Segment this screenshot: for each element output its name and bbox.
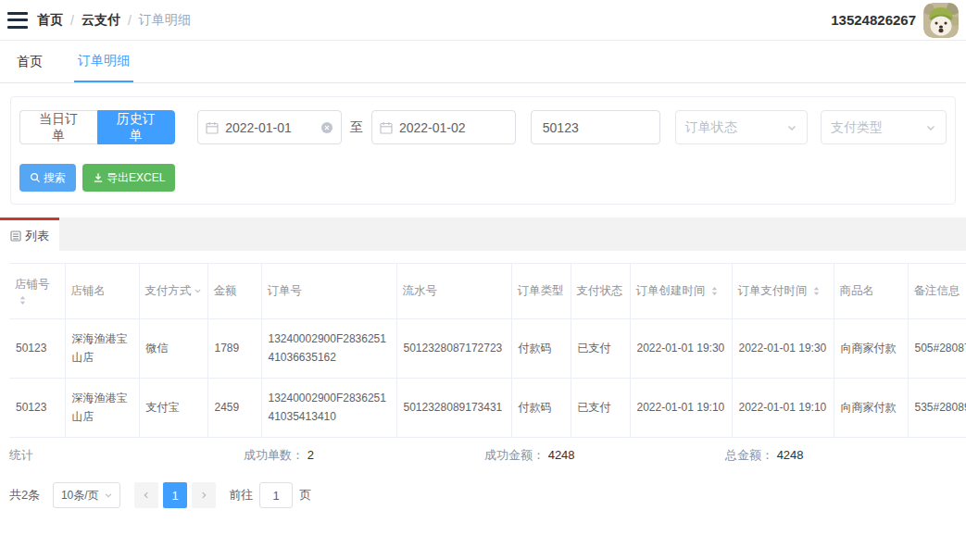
cell-pay-method: 支付宝 <box>139 379 207 438</box>
stat-success-amount-value: 4248 <box>548 448 575 462</box>
prev-page-button[interactable] <box>134 482 158 508</box>
list-tab-label: 列表 <box>25 228 49 244</box>
col-product-name: 商品名 <box>834 264 908 319</box>
nav-tab-bar: 首页 订单明细 <box>0 41 966 83</box>
chevron-left-icon <box>142 491 151 500</box>
order-status-select[interactable]: 订单状态 <box>675 110 808 144</box>
cell-serial-no: 5012328087172723 <box>396 319 511 379</box>
page-number-1[interactable]: 1 <box>163 482 187 508</box>
sort-icon[interactable] <box>812 286 821 296</box>
cell-product-name: 向商家付款 <box>834 319 908 379</box>
tab-home[interactable]: 首页 <box>13 41 46 82</box>
goto-page-unit: 页 <box>299 487 311 504</box>
col-pay-method[interactable]: 支付方式 <box>139 264 207 319</box>
avatar[interactable] <box>923 3 959 38</box>
col-create-time[interactable]: 订单创建时间 <box>630 264 732 319</box>
goto-label: 前往 <box>229 487 253 504</box>
chevron-down-icon <box>786 122 797 133</box>
end-date-input[interactable]: 2022-01-02 <box>371 110 516 144</box>
stat-total-amount-label: 总金额： <box>725 448 773 462</box>
col-serial-no: 流水号 <box>396 264 511 319</box>
dog-avatar-image <box>923 3 959 38</box>
page-size-value: 10条/页 <box>61 488 99 504</box>
stats-title: 统计 <box>9 447 244 464</box>
cell-order-type: 付款码 <box>511 379 571 438</box>
sort-icon[interactable] <box>19 295 27 305</box>
sort-icon[interactable] <box>710 286 719 296</box>
breadcrumb-separator: / <box>70 13 74 28</box>
hamburger-icon[interactable] <box>7 12 28 29</box>
cell-amount: 1789 <box>207 319 261 379</box>
chevron-right-icon <box>199 491 208 500</box>
start-date-input[interactable]: 2022-01-01 <box>197 110 342 144</box>
orders-table: 店铺号 店铺名 支付方式 金额 订单号 流水号 <box>9 263 966 438</box>
cell-serial-no: 5012328089173431 <box>396 379 511 438</box>
stat-total-amount: 总金额： 4248 <box>725 447 966 464</box>
order-scope-button-group: 当日订单 历史订单 <box>19 110 175 144</box>
cell-create-time: 2022-01-01 19:30 <box>630 319 732 379</box>
stats-row: 统计 成功单数： 2 成功金额： 4248 总金额： 4248 <box>9 438 966 473</box>
table-header-row: 店铺号 店铺名 支付方式 金额 订单号 流水号 <box>9 264 966 319</box>
cell-remark: 535#28089 <box>908 379 966 438</box>
start-date-value: 2022-01-01 <box>225 120 314 135</box>
col-order-no: 订单号 <box>261 264 396 319</box>
page-buttons: 1 <box>134 482 216 508</box>
col-order-type: 订单类型 <box>511 264 571 319</box>
cell-amount: 2459 <box>207 379 261 438</box>
download-icon <box>93 172 104 183</box>
calendar-icon <box>206 121 219 134</box>
shop-id-input[interactable] <box>531 110 660 144</box>
stat-success-count-value: 2 <box>307 448 314 462</box>
stat-success-amount-label: 成功金额： <box>484 448 545 462</box>
tab-order-detail[interactable]: 订单明细 <box>74 41 133 82</box>
table-row: 50123 深海渔港宝山店 微信 1789 13240002900F283625… <box>9 319 966 379</box>
cell-shop-id: 50123 <box>9 319 65 379</box>
chevron-down-icon <box>104 491 113 500</box>
end-date-value: 2022-01-02 <box>399 120 508 135</box>
pay-type-select[interactable]: 支付类型 <box>821 110 947 144</box>
col-shop-id[interactable]: 店铺号 <box>9 264 65 319</box>
calendar-icon <box>380 121 393 134</box>
cell-shop-id: 50123 <box>9 379 65 438</box>
filter-caret-icon[interactable] <box>194 287 202 295</box>
cell-order-type: 付款码 <box>511 319 571 379</box>
breadcrumb-item-cloud-pay[interactable]: 云支付 <box>82 12 120 29</box>
page-size-select[interactable]: 10条/页 <box>53 482 120 508</box>
filter-panel: 当日订单 历史订单 2022-01-01 至 <box>10 96 956 205</box>
user-phone: 13524826267 <box>831 12 916 28</box>
cell-order-no: 13240002900F283625141035413410 <box>261 379 396 438</box>
col-amount: 金额 <box>207 264 261 319</box>
today-orders-button[interactable]: 当日订单 <box>19 110 97 144</box>
stat-total-amount-value: 4248 <box>777 448 804 462</box>
cell-pay-status: 已支付 <box>571 319 630 379</box>
search-button[interactable]: 搜索 <box>19 164 76 192</box>
col-pay-time[interactable]: 订单支付时间 <box>732 264 834 319</box>
goto-page-input[interactable] <box>259 482 293 508</box>
pay-type-placeholder: 支付类型 <box>831 119 925 136</box>
date-range-separator: 至 <box>350 119 363 136</box>
stat-success-amount: 成功金额： 4248 <box>484 447 725 464</box>
top-bar: 首页 / 云支付 / 订单明细 13524826267 <box>0 0 966 41</box>
cell-pay-status: 已支付 <box>571 379 630 438</box>
search-icon <box>30 172 41 183</box>
list-tab[interactable]: 列表 <box>0 218 59 251</box>
cell-remark: 505#28087 <box>908 319 966 379</box>
cell-pay-method: 微信 <box>139 319 207 379</box>
cell-order-no: 13240002900F283625141036635162 <box>261 319 396 379</box>
next-page-button[interactable] <box>192 482 216 508</box>
col-shop-id-label: 店铺号 <box>15 278 50 291</box>
col-pay-time-label: 订单支付时间 <box>738 283 808 299</box>
user-area[interactable]: 13524826267 <box>831 3 959 38</box>
cell-create-time: 2022-01-01 19:10 <box>630 379 732 438</box>
col-pay-method-label: 支付方式 <box>145 283 192 299</box>
clear-icon[interactable] <box>320 121 333 134</box>
history-orders-button[interactable]: 历史订单 <box>97 110 176 144</box>
breadcrumb-item-home[interactable]: 首页 <box>37 12 63 29</box>
chevron-down-icon <box>925 122 936 133</box>
list-icon <box>10 230 21 242</box>
cell-shop-name: 深海渔港宝山店 <box>65 319 139 379</box>
pagination: 共2条 10条/页 1 前往 页 <box>9 482 966 508</box>
breadcrumb-item-order-detail: 订单明细 <box>139 12 191 29</box>
export-excel-button[interactable]: 导出EXCEL <box>82 164 175 192</box>
order-status-placeholder: 订单状态 <box>685 119 786 136</box>
